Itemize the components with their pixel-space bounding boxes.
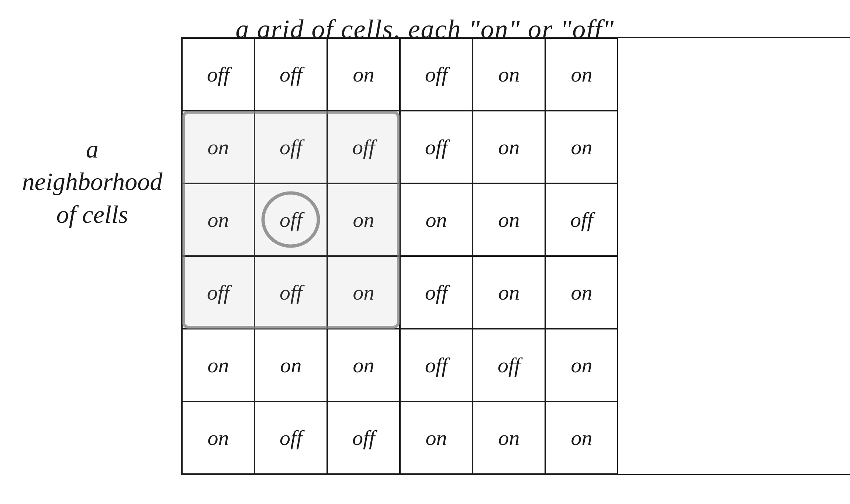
grid-cell: on <box>327 256 400 329</box>
neighborhood-label: a neighborhood of cells <box>18 133 166 231</box>
grid-cell: on <box>327 183 400 256</box>
grid-cell: off <box>400 256 473 329</box>
grid-cell: on <box>545 111 618 183</box>
grid-cell: off <box>182 256 255 329</box>
grid-row: offoffonoffonon <box>182 256 850 329</box>
grid-cell: off <box>473 329 545 401</box>
grid-row: onoffonononoff <box>182 183 850 256</box>
grid-cell: on <box>255 329 327 401</box>
grid-cell: off <box>255 38 327 111</box>
grid-cell: on <box>545 256 618 329</box>
grid-cell: off <box>400 38 473 111</box>
grid-cell: on <box>473 401 545 474</box>
grid-cell: on <box>182 401 255 474</box>
grid-cell: on <box>327 329 400 401</box>
grid-container: offoffonoffonononoffoffoffonononoffonono… <box>181 37 850 475</box>
grid-cell: on <box>545 38 618 111</box>
grid-cell: on <box>182 329 255 401</box>
grid-cell: off <box>255 183 327 256</box>
grid-cell: on <box>400 183 473 256</box>
grid-cell: off <box>255 256 327 329</box>
grid-row: onoffoffoffonon <box>182 111 850 183</box>
grid-cell: on <box>182 111 255 183</box>
grid-cell: off <box>182 38 255 111</box>
grid-row: offoffonoffonon <box>182 38 850 111</box>
grid-row: onoffoffononon <box>182 401 850 474</box>
grid-cell: on <box>400 401 473 474</box>
grid-cell: on <box>545 329 618 401</box>
grid-cell: on <box>182 183 255 256</box>
grid-cell: off <box>545 183 618 256</box>
grid-cell: on <box>545 401 618 474</box>
grid-cell: on <box>473 183 545 256</box>
grid-cell: on <box>473 256 545 329</box>
grid-cell: off <box>400 329 473 401</box>
grid-cell: off <box>255 401 327 474</box>
grid-cell: on <box>473 38 545 111</box>
grid-cell: on <box>327 38 400 111</box>
grid-cell: off <box>255 111 327 183</box>
grid-cell: off <box>327 401 400 474</box>
grid-cell: off <box>327 111 400 183</box>
grid-cell: on <box>473 111 545 183</box>
grid-row: onononoffoffon <box>182 329 850 401</box>
grid-cell: off <box>400 111 473 183</box>
